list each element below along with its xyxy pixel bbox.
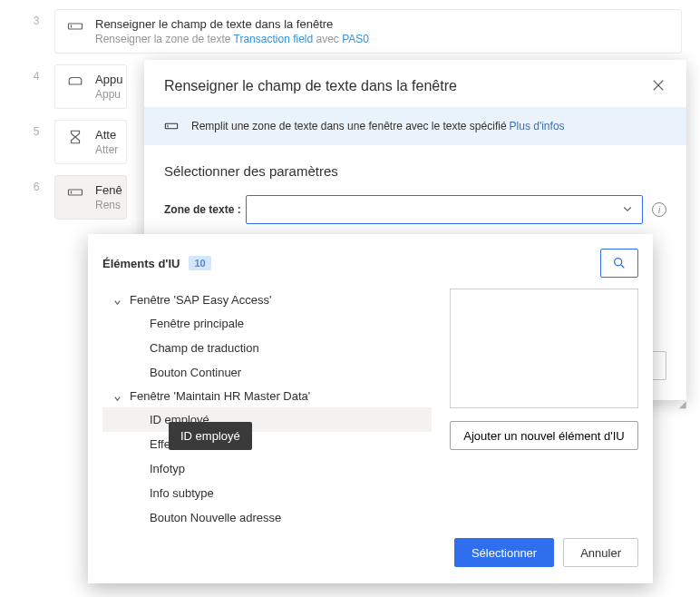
svg-line-9 — [621, 265, 624, 268]
step-subtitle: Atter — [95, 143, 118, 156]
step-title: Fenê — [95, 183, 122, 197]
step-title: Appu — [95, 73, 122, 86]
picker-cancel-button[interactable]: Annuler — [563, 538, 638, 567]
dialog-title: Renseigner le champ de texte dans la fen… — [164, 78, 457, 94]
link-transaction-field[interactable]: Transaction field — [234, 33, 314, 45]
textbox-icon — [164, 119, 179, 133]
svg-rect-6 — [165, 123, 177, 128]
info-banner: Remplit une zone de texte dans une fenêt… — [144, 107, 686, 145]
caret-down-icon — [113, 392, 122, 401]
hourglass-icon — [66, 128, 84, 146]
chevron-down-icon — [622, 201, 633, 218]
textzone-dropdown[interactable] — [246, 195, 643, 224]
textbox-icon — [66, 17, 84, 35]
flow-step-3[interactable]: 3 Renseigner le champ de texte dans la f… — [18, 9, 682, 54]
step-number: 4 — [18, 64, 54, 83]
link-pas0[interactable]: PAS0 — [342, 33, 369, 45]
textbox-icon — [66, 183, 84, 201]
step-number: 6 — [18, 175, 54, 193]
svg-rect-2 — [69, 190, 83, 195]
ui-elements-picker: Éléments d'IU 10 Fenêtre 'SAP Easy Acces… — [88, 234, 653, 583]
step-number: 5 — [18, 120, 54, 138]
svg-point-8 — [615, 259, 622, 266]
step-subtitle: Rens — [95, 199, 122, 211]
caret-down-icon — [113, 296, 122, 305]
info-icon[interactable]: i — [652, 202, 666, 217]
tree-group-hr[interactable]: Fenêtre 'Maintain HR Master Data' — [102, 385, 432, 407]
step-title: Renseigner le champ de texte dans la fen… — [95, 17, 369, 31]
resize-grip-icon[interactable]: ◢ — [679, 399, 685, 409]
more-info-link[interactable]: Plus d'infos — [510, 120, 565, 132]
keyboard-icon — [66, 73, 84, 91]
section-heading: Sélectionner des paramètres — [144, 145, 686, 184]
preview-pane — [450, 289, 638, 408]
tree-item-id-employe[interactable]: ID employé — [102, 407, 432, 432]
tree-item[interactable]: Champ de traduction — [102, 336, 432, 360]
step-title: Atte — [95, 128, 118, 142]
ui-elements-tree[interactable]: Fenêtre 'SAP Easy Access' Fenêtre princi… — [102, 289, 432, 525]
step-subtitle: Appu — [95, 88, 122, 101]
step-number: 3 — [18, 9, 54, 27]
tree-item[interactable]: Infotyp — [102, 456, 432, 481]
tooltip: ID employé — [169, 422, 252, 450]
field-label-textzone: Zone de texte : — [164, 203, 246, 216]
step-subtitle: Renseigner la zone de texte Transaction … — [95, 33, 369, 45]
tree-group-sap[interactable]: Fenêtre 'SAP Easy Access' — [102, 289, 432, 311]
tree-item[interactable]: Fenêtre principale — [102, 311, 432, 336]
tree-item[interactable]: Info subtype — [102, 481, 432, 505]
add-ui-element-button[interactable]: Ajouter un nouvel élément d'IU — [450, 421, 638, 450]
picker-select-button[interactable]: Sélectionner — [454, 538, 554, 567]
picker-heading: Éléments d'IU — [102, 257, 180, 270]
tree-item[interactable]: Effecti — [102, 432, 432, 456]
svg-rect-0 — [69, 24, 83, 29]
search-button[interactable] — [600, 249, 638, 278]
close-button[interactable] — [652, 79, 666, 93]
tree-item[interactable]: Bouton Nouvelle adresse — [102, 505, 432, 525]
tree-item[interactable]: Bouton Continuer — [102, 360, 432, 385]
count-badge: 10 — [189, 256, 210, 270]
